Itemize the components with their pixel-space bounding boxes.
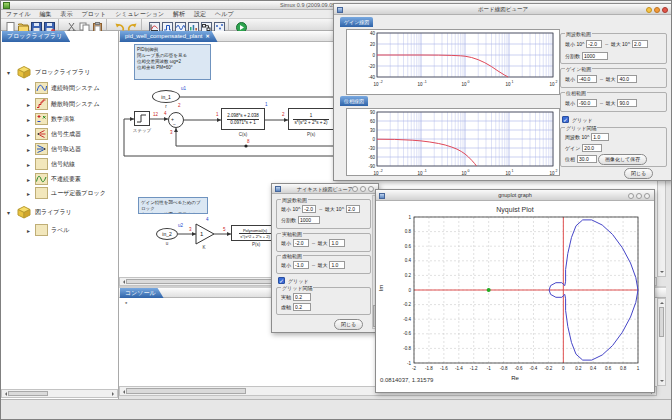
tree-expand-icon[interactable]: ▾: [7, 209, 15, 216]
menu-item-8[interactable]: ヘルプ: [215, 10, 233, 19]
tree-item-11[interactable]: ▸ラベル: [27, 224, 69, 237]
tree-expand-icon[interactable]: ▸: [27, 227, 35, 234]
minimize-icon[interactable]: [646, 7, 652, 13]
close-icon[interactable]: [368, 186, 374, 192]
minimize-icon[interactable]: [628, 193, 634, 199]
frequency-range-label: 周波数範囲: [565, 31, 592, 37]
grid-re-input[interactable]: [293, 293, 311, 301]
tree-expand-icon[interactable]: ▸: [27, 190, 35, 197]
nyquist-window-titlebar[interactable]: ナイキスト線図ビューア: [272, 184, 378, 194]
im-min-input[interactable]: [293, 261, 309, 269]
gain-diagram-chip[interactable]: ゲイン線図: [340, 17, 373, 27]
tool-plot-icon[interactable]: [149, 19, 160, 30]
tree-item-5[interactable]: ▸信号生成器: [27, 128, 81, 141]
annotation-note[interactable]: PID制御例閉ループ系の応答を見る位相交差周波数 ωg=2位相余裕 PM=60°: [134, 44, 211, 80]
im-max-input[interactable]: [329, 261, 345, 269]
menu-item-3[interactable]: 表示: [61, 10, 73, 19]
tab-block-library[interactable]: ブロックライブラリ: [2, 31, 70, 42]
grid-checkbox[interactable]: ✓: [562, 116, 569, 123]
tree-item-1[interactable]: ▾ブロックライブラリ: [7, 66, 90, 79]
save-icon[interactable]: [31, 19, 42, 30]
phase-max-input[interactable]: [617, 99, 637, 107]
close-tab-icon[interactable]: ✕: [205, 31, 209, 42]
maximize-icon[interactable]: [636, 193, 642, 199]
menu-item-7[interactable]: 設定: [194, 10, 206, 19]
controller-block[interactable]: 2.098*s + 2.0380.0971*s + 1: [221, 108, 265, 130]
tree-expand-icon[interactable]: ▸: [27, 101, 35, 108]
nyq-freq-max-input[interactable]: [346, 205, 360, 213]
tree-item-2[interactable]: ▸連続時間システム: [27, 82, 100, 95]
menu-item-5[interactable]: シミュレーション: [115, 10, 164, 19]
sum-junction-block[interactable]: + −: [168, 112, 184, 128]
paste-icon[interactable]: [92, 19, 103, 30]
undo-icon[interactable]: [114, 19, 125, 30]
grid-checkbox[interactable]: ✓: [278, 277, 285, 284]
close-icon[interactable]: [644, 193, 650, 199]
close-icon[interactable]: [662, 7, 668, 13]
re-min-input[interactable]: [293, 239, 309, 247]
maximize-icon[interactable]: [654, 7, 660, 13]
tree-expand-icon[interactable]: ▸: [27, 161, 35, 168]
nyq-divisions-input[interactable]: [298, 216, 320, 224]
tool-block-icon[interactable]: [201, 19, 212, 30]
redo-icon[interactable]: [127, 19, 138, 30]
grid-gain-input[interactable]: [582, 144, 602, 152]
tool-step-icon[interactable]: [162, 19, 173, 30]
tree-expand-icon[interactable]: ▸: [27, 146, 35, 153]
plant-block[interactable]: 1s*(s^2 + 2*s + 2): [288, 108, 334, 130]
bode-freq-min-input[interactable]: [586, 40, 602, 48]
menu-item-4[interactable]: プロット: [82, 10, 107, 19]
phase-diagram-chip[interactable]: 位相線図: [340, 96, 368, 106]
tab-diagram[interactable]: pid_well_compensated_plant✕: [120, 31, 218, 42]
maximize-icon[interactable]: [360, 186, 366, 192]
tool-sine-icon[interactable]: [175, 19, 186, 30]
tree-item-4[interactable]: ▸数学演算: [27, 113, 75, 126]
gain-max-input[interactable]: [617, 75, 637, 83]
input-port-2-label: u: [160, 241, 174, 246]
phase-min-input[interactable]: [577, 99, 597, 107]
sidebar-hscrollbar[interactable]: [1, 389, 118, 398]
tree-expand-icon[interactable]: ▸: [27, 116, 35, 123]
gnuplot-window-titlebar[interactable]: gnuplot graph: [376, 190, 654, 201]
copy-icon[interactable]: [79, 19, 90, 30]
grid-phase-input[interactable]: [577, 155, 597, 163]
menu-item-6[interactable]: 解析: [173, 10, 185, 19]
menu-item-1[interactable]: ファイル: [6, 10, 31, 19]
tree-item-9[interactable]: ▸ユーザ定義ブロック: [27, 187, 106, 200]
tree-item-10[interactable]: ▾図ライブラリ: [7, 206, 72, 219]
annotation-note-2[interactable]: ゲイン特性を調べるためのブロックナイキスト線図を表示する: [138, 197, 208, 214]
bode-divisions-input[interactable]: [582, 52, 608, 60]
nyquist-close-button[interactable]: 閉じる: [334, 319, 363, 330]
bode-close-button[interactable]: 閉じる: [624, 168, 653, 179]
grid-freq-input[interactable]: [591, 133, 609, 141]
tab-console[interactable]: コンソール: [120, 288, 164, 298]
minimize-icon[interactable]: [352, 186, 358, 192]
tree-expand-icon[interactable]: ▸: [27, 85, 35, 92]
input-port-2-block[interactable]: in_2: [156, 228, 178, 240]
cut-icon[interactable]: [66, 19, 77, 30]
nyq-freq-min-input[interactable]: [302, 205, 316, 213]
menu-item-2[interactable]: 編集: [40, 10, 52, 19]
tree-expand-icon[interactable]: ▸: [27, 131, 35, 138]
save-image-button[interactable]: 画像化して保存: [598, 154, 647, 165]
tool-scatter-icon[interactable]: [214, 19, 225, 30]
gain-min-input[interactable]: [577, 75, 597, 83]
bode-freq-max-input[interactable]: [632, 40, 648, 48]
tree-expand-icon[interactable]: ▸: [27, 176, 35, 183]
open-icon[interactable]: [18, 19, 29, 30]
new-icon[interactable]: [5, 19, 16, 30]
tree-item-6[interactable]: ▸信号取込器: [27, 143, 81, 156]
grid-im-input[interactable]: [293, 303, 311, 311]
tree-expand-icon[interactable]: ▾: [7, 69, 15, 76]
console-vscrollbar[interactable]: [657, 298, 666, 386]
bode-window-titlebar[interactable]: ボード線図ビューア: [334, 4, 672, 15]
tree-item-3[interactable]: ▸離散時間システム: [27, 98, 100, 111]
run-icon[interactable]: [236, 19, 247, 30]
save-as-icon[interactable]: [44, 19, 55, 30]
tree-item-7[interactable]: ▸信号結線: [27, 158, 75, 171]
step-block[interactable]: [134, 111, 150, 126]
re-max-input[interactable]: [329, 239, 345, 247]
tree-item-8[interactable]: ▸不連続要素: [27, 173, 81, 186]
input-port-block[interactable]: in_1: [152, 90, 180, 103]
tool-bars-icon[interactable]: [188, 19, 199, 30]
